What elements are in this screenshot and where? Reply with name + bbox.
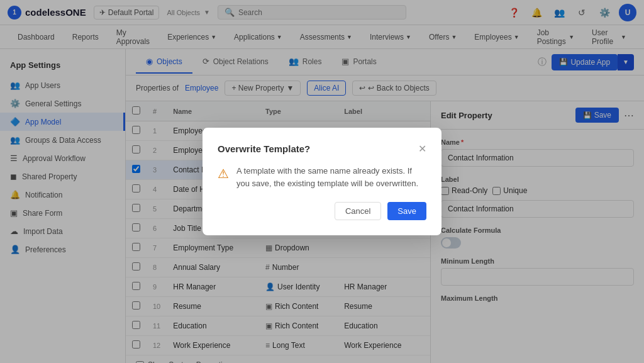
modal-title: Overwrite Template? [218, 143, 310, 154]
modal-body: ⚠ A template with the same name already … [218, 165, 426, 189]
modal-cancel-button[interactable]: Cancel [335, 202, 381, 220]
modal-close-button[interactable]: ✕ [418, 143, 426, 155]
modal-footer: Cancel Save [218, 202, 426, 220]
modal-message: A template with the same name already ex… [236, 165, 426, 189]
warning-icon: ⚠ [218, 166, 229, 181]
modal-header: Overwrite Template? ✕ [218, 143, 426, 155]
overwrite-template-modal: Overwrite Template? ✕ ⚠ A template with … [203, 128, 441, 235]
modal-save-button[interactable]: Save [387, 202, 426, 220]
modal-overlay: Overwrite Template? ✕ ⚠ A template with … [0, 0, 644, 363]
